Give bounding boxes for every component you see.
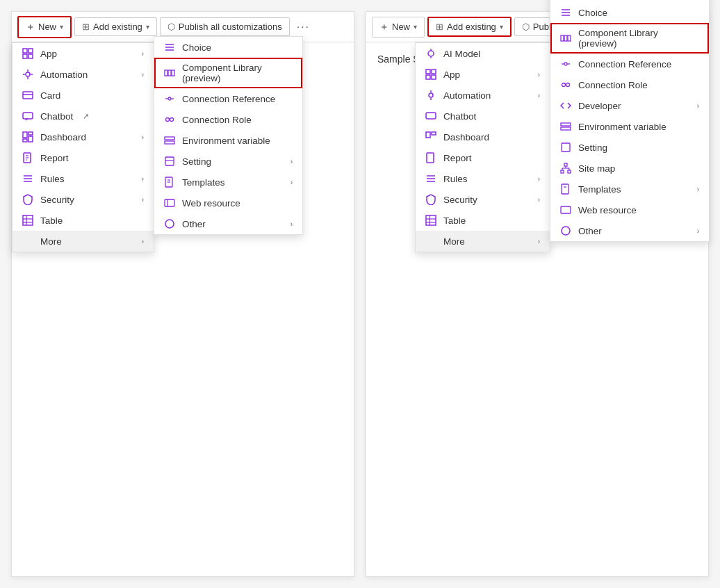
svg-rect-24 (23, 215, 33, 225)
publish-button-left[interactable]: ⬡ Publish all customizations (160, 17, 290, 36)
chevron-right-templates-left: › (291, 179, 293, 186)
submenu-connection-role-left[interactable]: Connection Role (154, 109, 302, 130)
svg-rect-63 (427, 153, 434, 163)
setting-icon-left (164, 156, 175, 167)
submenu-choice-left[interactable]: Choice (154, 37, 302, 58)
web-resource-label-right: Web resource (578, 205, 637, 215)
menu-item-ai-model-right[interactable]: AI Model (416, 43, 550, 64)
chevron-right-automation-right: › (538, 92, 540, 99)
menu-item-app-right[interactable]: App › (416, 64, 550, 85)
ai-model-icon-right (425, 48, 436, 59)
report-icon-right (425, 152, 436, 163)
svg-rect-13 (23, 132, 27, 138)
menu-item-rules-left[interactable]: Rules › (13, 168, 154, 189)
component-library-label-left: Component Library (preview) (182, 63, 293, 83)
more-submenu-right: Azure Synapse Link config Choice Compone… (550, 0, 710, 242)
more-icon-left (22, 236, 33, 247)
submenu-other-right[interactable]: Other › (550, 220, 709, 241)
more-label-right: More (443, 236, 465, 247)
menu-item-chatbot-right[interactable]: Chatbot (416, 106, 550, 126)
menu-item-rules-right[interactable]: Rules › (416, 168, 550, 189)
add-existing-button-left[interactable]: ⊞ Add existing ▾ (74, 17, 157, 36)
plus-icon-right: ＋ (379, 21, 388, 33)
add-existing-dropdown-right: AI Model App › Automation › Chatbot (415, 42, 550, 252)
other-label-right: Other (578, 226, 602, 236)
report-icon-left (22, 152, 33, 163)
submenu-env-variable-left[interactable]: Environment variable (154, 130, 302, 151)
dashboard-label-right: Dashboard (443, 132, 489, 142)
add-existing-label-left: Add existing (93, 22, 142, 32)
menu-item-report-right[interactable]: Report (416, 147, 550, 168)
menu-item-automation-left[interactable]: Automation › (13, 64, 154, 85)
add-existing-button-right[interactable]: ⊞ Add existing ▾ (427, 17, 512, 37)
svg-rect-93 (562, 184, 568, 194)
submenu-connection-reference-right[interactable]: Connection Reference (550, 54, 709, 74)
env-variable-icon-right (560, 121, 571, 132)
svg-rect-75 (561, 35, 564, 41)
more-dots-left[interactable]: ··· (293, 18, 314, 36)
card-label-left: Card (40, 90, 60, 101)
site-map-icon-right (560, 163, 571, 174)
menu-item-report-left[interactable]: Report (13, 147, 154, 168)
svg-rect-77 (568, 35, 571, 41)
submenu-choice-right[interactable]: Choice (550, 2, 709, 23)
chevron-right-security-left: › (142, 196, 144, 204)
svg-point-78 (564, 63, 567, 65)
chevron-right-app-right: › (538, 71, 540, 79)
svg-rect-54 (432, 70, 436, 74)
submenu-connection-role-right[interactable]: Connection Role (550, 74, 709, 95)
chevron-right-rules-left: › (142, 175, 144, 183)
dashboard-label-left: Dashboard (40, 132, 86, 142)
table-icon-right (425, 215, 436, 226)
setting-icon-right (560, 142, 571, 153)
new-button-right[interactable]: ＋ New ▾ (372, 17, 425, 38)
menu-item-dashboard-right[interactable]: Dashboard (416, 126, 550, 147)
automation-icon-left (22, 69, 33, 80)
rules-label-right: Rules (443, 174, 468, 184)
submenu-developer-right[interactable]: Developer › (550, 95, 709, 116)
chevron-right-rules-right: › (538, 175, 540, 183)
svg-rect-87 (561, 170, 564, 173)
menu-item-more-right[interactable]: More › Azure Synapse Link config Choice (416, 231, 550, 252)
submenu-setting-right[interactable]: Setting (550, 137, 709, 158)
svg-rect-1 (28, 49, 33, 53)
svg-rect-76 (564, 35, 567, 41)
rules-label-left: Rules (40, 174, 65, 184)
submenu-site-map-right[interactable]: Site map (550, 158, 709, 179)
submenu-web-resource-left[interactable]: Web resource (154, 193, 302, 213)
choice-icon-left (164, 42, 175, 53)
chevron-right-other-right: › (697, 227, 699, 235)
submenu-env-variable-right[interactable]: Environment variable (550, 116, 709, 137)
env-variable-icon-left (164, 135, 175, 146)
menu-item-more-left[interactable]: More › Choice Component Library (preview… (13, 231, 154, 252)
menu-item-table-right[interactable]: Table (416, 210, 550, 231)
submenu-templates-right[interactable]: Templates › (550, 179, 709, 199)
svg-point-96 (562, 227, 570, 235)
component-library-icon-right (560, 33, 571, 44)
svg-rect-85 (562, 143, 570, 152)
submenu-setting-left[interactable]: Setting › (154, 151, 302, 172)
new-button-left[interactable]: ＋ New ▾ (17, 16, 72, 38)
submenu-component-library-left[interactable]: Component Library (preview) (154, 58, 302, 88)
submenu-component-library-right[interactable]: Component Library (preview) (550, 23, 709, 54)
connection-reference-icon-left (164, 93, 175, 104)
menu-item-card-left[interactable]: Card (13, 85, 154, 106)
svg-point-50 (428, 51, 434, 56)
add-existing-label-right: Add existing (447, 22, 496, 32)
menu-item-security-right[interactable]: Security › (416, 189, 550, 210)
menu-item-chatbot-left[interactable]: Chatbot ↗ (13, 106, 154, 126)
submenu-connection-reference-left[interactable]: Connection Reference (154, 88, 302, 109)
menu-item-automation-right[interactable]: Automation › (416, 85, 550, 106)
submenu-web-resource-right[interactable]: Web resource (550, 199, 709, 220)
menu-item-security-left[interactable]: Security › (13, 189, 154, 210)
submenu-templates-left[interactable]: Templates › (154, 172, 302, 193)
menu-item-table-left[interactable]: Table (13, 210, 154, 231)
connection-role-label-right: Connection Role (578, 80, 648, 90)
other-label-left: Other (182, 219, 206, 229)
web-resource-label-left: Web resource (182, 198, 240, 209)
menu-item-dashboard-left[interactable]: Dashboard › (13, 126, 154, 147)
svg-rect-42 (165, 157, 174, 165)
submenu-other-left[interactable]: Other › (154, 213, 302, 234)
menu-item-app-left[interactable]: App › (13, 43, 154, 64)
svg-rect-55 (426, 75, 430, 79)
